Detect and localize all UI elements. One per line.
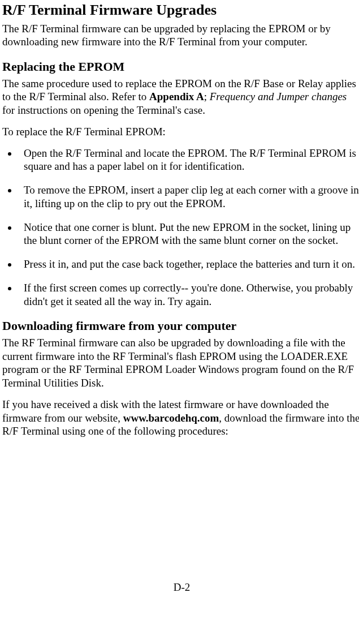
text-fragment: for instructions on opening the Terminal… bbox=[2, 104, 205, 116]
section2-para1: The RF Terminal firmware can also be upg… bbox=[2, 336, 359, 390]
section1-para2: To replace the R/F Terminal EPROM: bbox=[2, 125, 359, 139]
list-item: If the first screen comes up correctly--… bbox=[18, 281, 359, 308]
appendix-title: Frequency and Jumper changes bbox=[210, 91, 347, 102]
section2-para2: If you have received a disk with the lat… bbox=[2, 398, 359, 438]
page-number: D-2 bbox=[2, 581, 359, 594]
list-item: Notice that one corner is blunt. Put the… bbox=[18, 221, 359, 248]
page-title: R/F Terminal Firmware Upgrades bbox=[2, 1, 359, 20]
section-heading-eprom: Replacing the EPROM bbox=[2, 59, 359, 75]
list-item: Press it in, and put the case back toget… bbox=[18, 257, 359, 271]
appendix-ref: Appendix A bbox=[149, 91, 204, 102]
section1-para1: The same procedure used to replace the E… bbox=[2, 77, 359, 117]
list-item: To remove the EPROM, insert a paper clip… bbox=[18, 183, 359, 211]
website-url: www.barcodehq.com bbox=[123, 412, 219, 424]
list-item: Open the R/F Terminal and locate the EPR… bbox=[18, 147, 359, 174]
intro-paragraph: The R/F Terminal firmware can be upgrade… bbox=[2, 22, 359, 49]
section-heading-download: Downloading firmware from your computer bbox=[2, 318, 359, 334]
eprom-steps-list: Open the R/F Terminal and locate the EPR… bbox=[2, 147, 359, 308]
text-fragment: ; bbox=[204, 91, 210, 102]
